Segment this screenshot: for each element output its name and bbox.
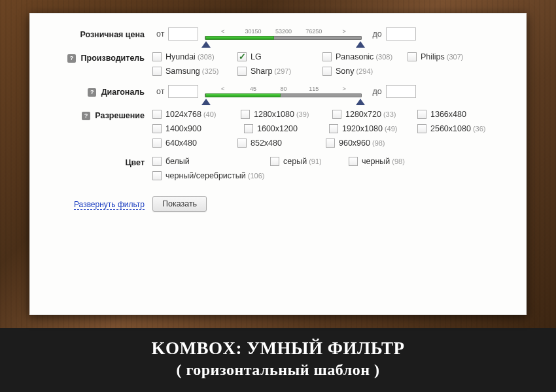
option-panasonic[interactable]: Panasonic(308)	[322, 52, 408, 61]
checkbox[interactable]	[408, 52, 417, 61]
option-2560x1080[interactable]: 2560x1080(36)	[417, 124, 509, 133]
diagonal-slider[interactable]: < 45 80 115 >	[205, 86, 362, 97]
option-черный[interactable]: черный(98)	[349, 157, 434, 166]
option-label: черный/серебристый	[165, 171, 246, 180]
option-label: Sharp	[251, 67, 272, 76]
checkbox[interactable]	[152, 67, 162, 76]
price-handle-left[interactable]	[201, 41, 211, 48]
option-label: Sony	[336, 67, 355, 76]
price-row: Розничная цена от < 30150 53200 76250 > …	[41, 27, 515, 41]
option-960x960[interactable]: 960x960(98)	[326, 139, 417, 148]
option-label: серый	[283, 157, 307, 166]
option-label: 1366x480	[430, 110, 466, 119]
option-count: (294)	[356, 67, 374, 75]
option-philips[interactable]: Philips(307)	[408, 52, 493, 61]
option-label: Samsung	[165, 67, 200, 76]
price-slider[interactable]: < 30150 53200 76250 >	[205, 28, 362, 40]
checkbox[interactable]	[152, 139, 162, 148]
option-1280x720[interactable]: 1280x720(33)	[332, 110, 417, 119]
option-count: (39)	[296, 110, 309, 118]
checkbox[interactable]	[152, 52, 162, 61]
option-label: черный	[362, 157, 390, 166]
help-icon[interactable]: ?	[67, 54, 76, 63]
color-options: белыйсерый(91)черный(98)черный/серебрист…	[152, 157, 515, 180]
option-серый[interactable]: серый(91)	[270, 157, 349, 166]
checkbox[interactable]	[237, 139, 247, 148]
checkbox[interactable]	[237, 52, 247, 61]
option-label: Philips	[421, 52, 445, 61]
option-852x480[interactable]: 852x480	[237, 139, 326, 148]
option-sharp[interactable]: Sharp(297)	[237, 67, 322, 76]
checkbox[interactable]	[152, 110, 162, 119]
price-handle-right[interactable]	[356, 41, 365, 48]
checkbox[interactable]	[322, 67, 332, 76]
resolution-options: 1024x768(40)1280x1080(39)1280x720(33)136…	[152, 110, 515, 148]
manufacturer-row: ? Производитель Hyundai(308)LGPanasonic(…	[41, 52, 515, 76]
checkbox[interactable]	[244, 124, 253, 133]
option-sony[interactable]: Sony(294)	[322, 67, 408, 76]
manufacturer-options: Hyundai(308)LGPanasonic(308)Philips(307)…	[152, 52, 515, 76]
price-ticks: < 30150 53200 76250 >	[205, 28, 362, 35]
checkbox[interactable]	[270, 157, 279, 166]
option-1600x1200[interactable]: 1600x1200	[244, 124, 329, 133]
diagonal-handle-left[interactable]	[201, 99, 211, 105]
option-1024x768[interactable]: 1024x768(40)	[152, 110, 241, 119]
footer-banner: KOMBOX: УМНЫЙ ФИЛЬТР ( горизонтальный ша…	[0, 328, 556, 392]
option-label: LG	[251, 52, 262, 61]
to-label: до	[372, 29, 381, 39]
checkbox[interactable]	[152, 124, 162, 133]
color-label: Цвет	[41, 157, 152, 167]
option-count: (49)	[385, 125, 398, 133]
option-1400x900[interactable]: 1400x900	[152, 124, 244, 133]
checkbox[interactable]	[417, 110, 426, 119]
option-1366x480[interactable]: 1366x480	[417, 110, 506, 119]
price-fill	[205, 36, 274, 40]
help-icon[interactable]: ?	[82, 112, 90, 120]
diagonal-fill	[205, 93, 280, 97]
price-to-input[interactable]	[386, 27, 416, 41]
diagonal-handle-right[interactable]	[356, 99, 365, 105]
from-label: от	[156, 29, 164, 39]
checkbox[interactable]	[241, 110, 250, 119]
option-count: (325)	[202, 67, 219, 75]
option-черный-серебристый[interactable]: черный/серебристый(106)	[152, 171, 296, 180]
checkbox[interactable]	[329, 124, 338, 133]
option-hyundai[interactable]: Hyundai(308)	[152, 52, 237, 61]
checkbox[interactable]	[322, 52, 332, 61]
expand-filter-link[interactable]: Развернуть фильтр	[74, 200, 145, 210]
option-label: 1280x1080	[254, 110, 294, 119]
diagonal-label: ? Диагональ	[41, 86, 152, 97]
option-count: (106)	[248, 172, 265, 180]
diagonal-ticks: < 45 80 115 >	[205, 86, 362, 92]
checkbox[interactable]	[417, 124, 426, 133]
option-count: (91)	[309, 157, 322, 165]
option-1920x1080[interactable]: 1920x1080(49)	[329, 124, 417, 133]
submit-button[interactable]: Показать	[152, 196, 207, 212]
option-lg[interactable]: LG	[237, 52, 322, 61]
option-count: (98)	[372, 139, 385, 147]
checkbox[interactable]	[237, 67, 247, 76]
price-from-input[interactable]	[168, 27, 198, 41]
option-640x480[interactable]: 640x480	[152, 139, 237, 148]
diagonal-track[interactable]	[205, 93, 362, 97]
manufacturer-label: ? Производитель	[41, 52, 152, 63]
option-count: (98)	[392, 157, 405, 165]
help-icon[interactable]: ?	[88, 88, 96, 97]
option-samsung[interactable]: Samsung(325)	[152, 67, 237, 76]
checkbox[interactable]	[332, 110, 341, 119]
option-белый[interactable]: белый	[152, 157, 270, 166]
option-count: (308)	[375, 53, 392, 61]
footer-line1: KOMBOX: УМНЫЙ ФИЛЬТР	[0, 338, 556, 359]
diagonal-from-input[interactable]	[168, 85, 198, 98]
checkbox[interactable]	[152, 171, 162, 180]
checkbox[interactable]	[152, 157, 162, 166]
checkbox[interactable]	[326, 139, 335, 148]
price-track[interactable]	[205, 36, 362, 40]
checkbox[interactable]	[349, 157, 358, 166]
option-label: 1600x1200	[257, 124, 298, 133]
option-label: Hyundai	[165, 52, 196, 61]
option-1280x1080[interactable]: 1280x1080(39)	[241, 110, 332, 119]
diagonal-row: ? Диагональ от < 45 80 115 > до	[41, 85, 515, 98]
diagonal-to-input[interactable]	[386, 85, 416, 98]
option-count: (307)	[447, 53, 464, 61]
